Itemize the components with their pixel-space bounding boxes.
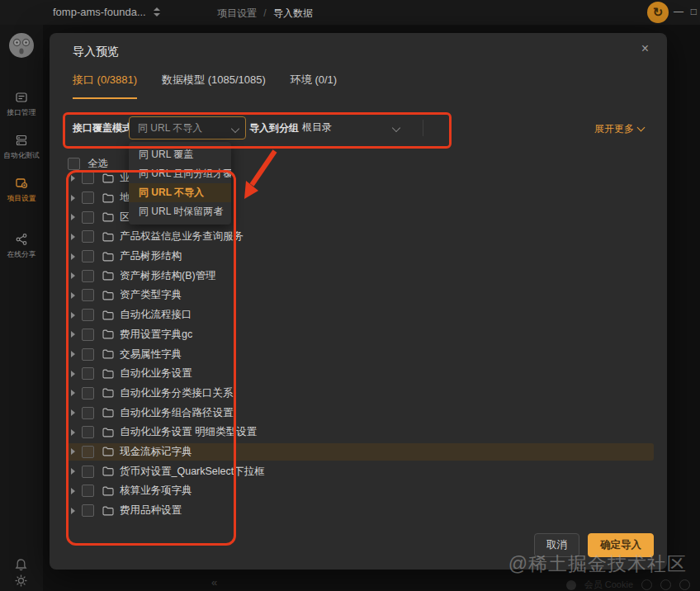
expand-more-link[interactable]: 展开更多 <box>594 122 644 136</box>
expand-caret-icon[interactable] <box>71 331 75 338</box>
folder-icon <box>102 329 114 339</box>
dropdown-option-3[interactable]: 同 URL 时保留两者 <box>129 202 231 221</box>
tree-row-label: 自动化业务设置 明细类型设置 <box>120 425 257 439</box>
tab-1[interactable]: 数据模型 (1085/1085) <box>162 73 266 99</box>
expand-caret-icon[interactable] <box>71 175 75 182</box>
tree-row[interactable]: 核算业务项字典 <box>50 481 667 501</box>
minimize-button[interactable]: — <box>674 4 683 19</box>
row-checkbox[interactable] <box>82 348 94 361</box>
dropdown-option-2[interactable]: 同 URL 不导入 <box>129 183 231 202</box>
tree-row[interactable]: 交易属性字典 <box>50 344 667 364</box>
row-checkbox[interactable] <box>82 250 94 262</box>
maximize-button[interactable]: □ <box>691 4 697 19</box>
sidebar-item-label: 接口管理 <box>2 108 41 118</box>
expand-caret-icon[interactable] <box>71 371 75 377</box>
import-group-label: 导入到分组 <box>249 121 299 135</box>
expand-caret-icon[interactable] <box>71 195 75 201</box>
dropdown-option-0[interactable]: 同 URL 覆盖 <box>129 145 231 164</box>
sidebar-item-label: 在线分享 <box>2 250 41 260</box>
expand-caret-icon[interactable] <box>71 272 75 279</box>
expand-caret-icon[interactable] <box>71 468 75 475</box>
project-switcher[interactable]: fomp-ams-founda... <box>53 6 146 18</box>
expand-caret-icon[interactable] <box>71 429 75 436</box>
expand-caret-icon[interactable] <box>71 351 75 357</box>
folder-icon <box>102 193 114 203</box>
override-mode-value: 同 URL 不导入 <box>138 122 202 134</box>
row-checkbox[interactable] <box>82 289 94 301</box>
tree-row[interactable]: 自动化业务设置 <box>50 364 667 384</box>
tree-row-label: 产品权益信息业务查询服务 <box>120 229 244 243</box>
user-avatar[interactable]: ↻ <box>647 2 669 23</box>
tree-row[interactable]: 货币对设置_QuarkSelect下拉框 <box>50 461 667 481</box>
folder-icon <box>102 486 114 496</box>
tree-row[interactable]: 现金流标记字典 <box>50 442 667 462</box>
sidebar-item-3[interactable]: 在线分享 <box>0 233 43 260</box>
import-group-select[interactable]: 根目录 <box>297 116 406 138</box>
expand-caret-icon[interactable] <box>71 390 75 396</box>
tree-row[interactable]: 产品权益信息业务查询服务 <box>50 227 667 247</box>
tree-row[interactable]: 自动化业务分类接口关系 <box>50 384 667 404</box>
tree-row[interactable]: 自动化业务设置 明细类型设置 <box>50 423 667 442</box>
tree-row[interactable]: 资产树形结构(B)管理 <box>50 266 667 286</box>
tree-row[interactable]: 费用品种设置 <box>50 501 667 521</box>
row-checkbox[interactable] <box>82 172 94 184</box>
override-mode-select[interactable]: 同 URL 不导入 <box>129 116 246 139</box>
tree-row[interactable]: 资产类型字典 <box>50 286 667 305</box>
row-checkbox[interactable] <box>82 309 94 321</box>
tab-0[interactable]: 接口 (0/3881) <box>73 73 137 99</box>
tree-row-label: 货币对设置_QuarkSelect下拉框 <box>120 465 265 479</box>
automation-icon <box>0 134 43 148</box>
sidebar-item-0[interactable]: 接口管理 <box>0 91 43 118</box>
row-checkbox[interactable] <box>82 387 94 400</box>
sidebar-item-1[interactable]: 自动化测试 <box>0 134 43 161</box>
status-dot-icon <box>566 580 576 590</box>
row-checkbox[interactable] <box>82 270 94 282</box>
folder-icon <box>102 408 114 418</box>
override-mode-label: 接口覆盖模式 <box>73 121 132 135</box>
expand-caret-icon[interactable] <box>71 488 75 494</box>
workspace-avatar[interactable] <box>7 31 35 59</box>
settings-gear-icon[interactable] <box>14 574 28 591</box>
close-icon[interactable]: × <box>641 41 649 56</box>
expand-caret-icon[interactable] <box>71 292 75 299</box>
expand-caret-icon[interactable] <box>71 234 75 240</box>
row-checkbox[interactable] <box>82 191 94 204</box>
row-checkbox[interactable] <box>82 367 94 380</box>
collapse-hint-icon[interactable]: « <box>211 576 217 589</box>
face-avatar-icon <box>7 31 35 59</box>
tab-2[interactable]: 环境 (0/1) <box>291 73 337 99</box>
expand-caret-icon[interactable] <box>71 508 75 514</box>
row-checkbox[interactable] <box>82 407 94 419</box>
folder-icon <box>102 271 114 281</box>
row-checkbox[interactable] <box>82 466 94 478</box>
expand-caret-icon[interactable] <box>71 253 75 260</box>
expand-caret-icon[interactable] <box>71 448 75 455</box>
row-checkbox[interactable] <box>82 485 94 497</box>
dropdown-option-1[interactable]: 同 URL 且同分组才覆盖 <box>129 164 231 183</box>
tree-row[interactable]: 产品树形结构 <box>50 247 667 267</box>
sort-updown-icon <box>154 7 160 17</box>
notifications-bell-icon[interactable] <box>14 558 28 575</box>
expand-caret-icon[interactable] <box>71 214 75 220</box>
tree-row[interactable]: 自动化流程接口 <box>50 305 667 325</box>
tree-row[interactable]: 自动化业务组合路径设置 <box>50 403 667 423</box>
row-checkbox[interactable] <box>82 329 94 341</box>
row-checkbox[interactable] <box>82 230 94 243</box>
row-checkbox[interactable] <box>82 211 94 224</box>
expand-caret-icon[interactable] <box>71 312 75 319</box>
api-icon <box>0 91 43 105</box>
row-checkbox[interactable] <box>82 426 94 438</box>
folder-icon <box>102 232 114 242</box>
sidebar-item-2[interactable]: 项目设置 <box>0 177 43 204</box>
expand-caret-icon[interactable] <box>71 409 75 416</box>
breadcrumb-section[interactable]: 项目设置 <box>217 7 257 19</box>
folder-icon <box>102 369 114 379</box>
row-checkbox[interactable] <box>82 446 94 458</box>
tree-row-label: 费用设置字典gc <box>120 328 192 342</box>
row-checkbox[interactable] <box>82 504 94 517</box>
tree-row-label: 费用品种设置 <box>120 504 182 518</box>
import-group-value: 根目录 <box>302 121 332 133</box>
tree-row-label: 自动化业务分类接口关系 <box>120 386 234 400</box>
tree-row[interactable]: 费用设置字典gc <box>50 325 667 345</box>
folder-icon <box>102 349 114 359</box>
